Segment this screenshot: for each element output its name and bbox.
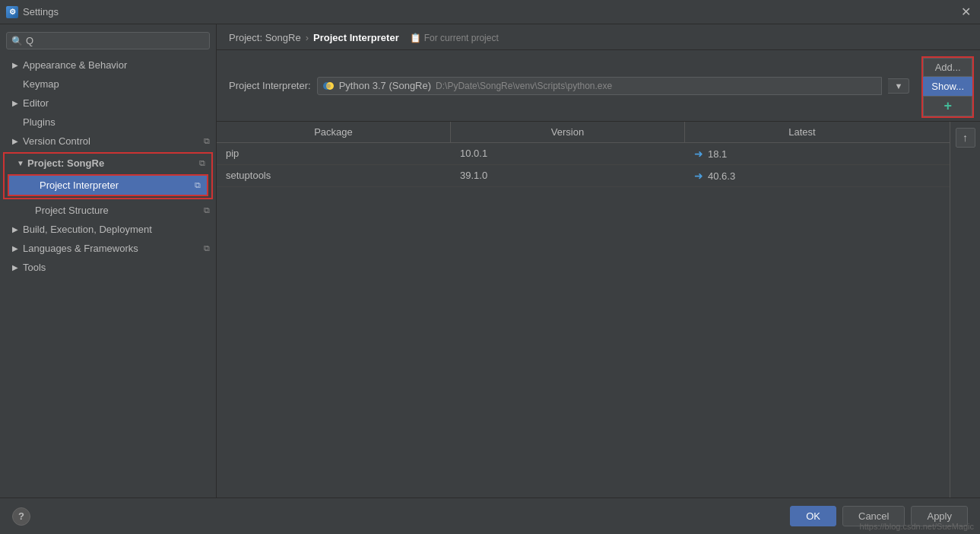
cell-version-pip: 10.0.1 <box>451 143 685 164</box>
cell-latest-pip: ➜ 18.1 <box>685 143 919 164</box>
add-package-button[interactable]: + <box>923 96 972 116</box>
sidebar-item-project-interpreter[interactable]: Project Interpreter ⧉ <box>9 176 207 195</box>
title-bar: ⚙ Settings ✕ <box>0 0 980 24</box>
package-section: Package Version Latest pip 10.0.1 ➜ 18.1 <box>217 122 980 497</box>
copy-icon: ⧉ <box>195 180 201 190</box>
interpreter-path: D:\PyDate\SongRe\venv\Scripts\python.exe <box>436 81 612 91</box>
arrow-icon: ▶ <box>12 244 20 253</box>
sidebar-item-label: Plugins <box>23 116 56 128</box>
close-button[interactable]: ✕ <box>958 5 974 20</box>
arrow-icon: ▶ <box>12 263 20 272</box>
help-button[interactable]: ? <box>12 507 30 526</box>
dropdown-button[interactable]: ▼ <box>888 78 909 94</box>
search-input[interactable] <box>26 35 205 46</box>
sidebar-item-build[interactable]: ▶ Build, Execution, Deployment <box>0 220 216 239</box>
col-version: Version <box>451 122 685 142</box>
table-row[interactable]: setuptools 39.1.0 ➜ 40.6.3 <box>217 165 950 187</box>
cell-version-setuptools: 39.1.0 <box>451 165 685 186</box>
python-label: Python 3.7 (SongRe) <box>339 80 431 91</box>
watermark: https://blog.csdn.net/SueMagic <box>860 522 974 531</box>
arrow-icon: ▶ <box>12 225 20 234</box>
col-package: Package <box>217 122 451 142</box>
interpreter-row: Project Interpreter: Python 3.7 (SongRe)… <box>217 50 921 121</box>
show-button[interactable]: Show... <box>923 77 972 96</box>
sidebar-item-languages[interactable]: ▶ Languages & Frameworks ⧉ <box>0 239 216 258</box>
arrow-icon: ▶ <box>12 99 20 107</box>
top-right-buttons: Add... Show... + <box>921 56 974 118</box>
breadcrumb-note-text: For current project <box>424 33 499 43</box>
sidebar-item-label: Project Interpreter <box>40 180 119 191</box>
cell-package-setuptools: setuptools <box>217 165 451 186</box>
breadcrumb-project: Project: SongRe <box>229 32 301 43</box>
sidebar-item-keymap[interactable]: Keymap <box>0 75 216 94</box>
bottom-bar: ? OK Cancel Apply <box>0 497 980 534</box>
sidebar-item-plugins[interactable]: Plugins <box>0 113 216 132</box>
sidebar-item-tools[interactable]: ▶ Tools <box>0 258 216 277</box>
sidebar-item-editor[interactable]: ▶ Editor <box>0 94 216 113</box>
sidebar-item-project-structure[interactable]: Project Structure ⧉ <box>0 201 216 220</box>
sidebar-item-label: Appearance & Behavior <box>23 59 127 71</box>
sidebar-item-appearance[interactable]: ▶ Appearance & Behavior <box>0 56 216 75</box>
latest-version-pip: 18.1 <box>708 148 727 160</box>
arrow-icon: ▶ <box>12 137 20 145</box>
col-latest: Latest <box>685 122 919 142</box>
search-box[interactable]: 🔍 <box>6 32 210 49</box>
sidebar-item-label: Build, Execution, Deployment <box>23 224 152 235</box>
up-button[interactable]: ↑ <box>956 128 975 148</box>
main-container: 🔍 ▶ Appearance & Behavior Keymap ▶ Edito… <box>0 24 980 497</box>
sidebar-item-label: Keymap <box>23 78 59 90</box>
upgrade-arrow-icon: ➜ <box>694 170 703 182</box>
arrow-down-icon: ▼ <box>17 159 24 167</box>
arrow-icon: ▶ <box>12 61 20 69</box>
sidebar-item-label: Editor <box>23 97 49 109</box>
cell-latest-setuptools: ➜ 40.6.3 <box>685 165 919 186</box>
add-button[interactable]: Add... <box>923 58 972 77</box>
sidebar-item-label: Project: SongRe <box>27 157 104 169</box>
breadcrumb-current: Project Interpreter <box>313 32 399 43</box>
app-icon: ⚙ <box>6 6 18 18</box>
content-area: Project: SongRe › Project Interpreter 📋 … <box>217 24 980 497</box>
cell-package-pip: pip <box>217 143 451 164</box>
sidebar-item-label: Project Structure <box>35 205 109 216</box>
sidebar-item-version-control[interactable]: ▶ Version Control ⧉ <box>0 132 216 151</box>
breadcrumb-separator: › <box>306 32 309 43</box>
note-icon: 📋 <box>410 33 421 43</box>
table-row[interactable]: pip 10.0.1 ➜ 18.1 <box>217 143 950 165</box>
table-header: Package Version Latest <box>217 122 950 143</box>
upgrade-arrow-icon: ➜ <box>694 148 703 160</box>
table-wrapper: Package Version Latest pip 10.0.1 ➜ 18.1 <box>217 122 950 497</box>
copy-icon: ⧉ <box>204 205 210 215</box>
python-icon <box>322 80 335 92</box>
interpreter-selector[interactable]: Python 3.7 (SongRe) D:\PyDate\SongRe\ven… <box>317 77 883 95</box>
sidebar-item-label: Tools <box>23 262 46 273</box>
copy-icon: ⧉ <box>199 158 205 168</box>
interpreter-label: Project Interpreter: <box>229 80 311 91</box>
sidebar-item-label: Languages & Frameworks <box>23 243 138 254</box>
ok-button[interactable]: OK <box>790 506 836 526</box>
breadcrumb: Project: SongRe › Project Interpreter 📋 … <box>217 24 980 50</box>
latest-version-setuptools: 40.6.3 <box>708 170 735 182</box>
breadcrumb-note: 📋 For current project <box>410 33 499 43</box>
copy-icon: ⧉ <box>204 243 210 253</box>
copy-icon: ⧉ <box>204 136 210 146</box>
right-action-buttons: ↑ <box>950 122 980 497</box>
title-bar-left: ⚙ Settings <box>6 6 59 18</box>
window-title: Settings <box>23 6 59 17</box>
sidebar: 🔍 ▶ Appearance & Behavior Keymap ▶ Edito… <box>0 24 217 497</box>
sidebar-item-project-songre[interactable]: ▼ Project: SongRe ⧉ <box>5 154 211 173</box>
search-icon: 🔍 <box>11 36 23 46</box>
sidebar-item-label: Version Control <box>23 135 90 147</box>
table-body: pip 10.0.1 ➜ 18.1 setuptools 39.1.0 ➜ <box>217 143 950 497</box>
svg-point-2 <box>326 84 331 88</box>
